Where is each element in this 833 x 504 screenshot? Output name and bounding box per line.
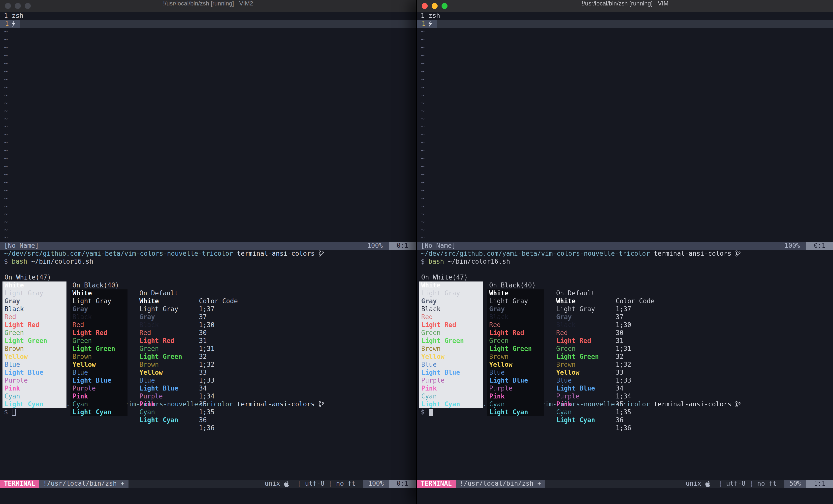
git-branch-icon — [735, 401, 741, 407]
window-title: !/usr/local/bin/zsh [running] - VIM — [417, 0, 833, 7]
window-titlebar[interactable]: !/usr/local/bin/zsh [running] - VIM — [417, 0, 833, 12]
swatch-on-default: Cyan — [556, 408, 572, 416]
buffer-tilde-line: ~ — [417, 68, 833, 75]
buffer-tilde-line: ~ — [417, 171, 833, 178]
git-branch-name: terminal-ansi-colors — [653, 400, 731, 408]
filetype: no ft — [757, 480, 777, 488]
vim-statusline-terminal: TERMINAL !/usr/local/bin/zsh + unix ¦ ut… — [0, 480, 416, 488]
buffer-tilde-line: ~ — [417, 147, 833, 155]
color-table-row: Light Gray Light Gray Light Gray 37 — [0, 281, 416, 289]
color-table-row: Pink Pink Pink 1;35 — [0, 377, 416, 384]
color-table-row: Light Cyan Light Cyan Light Cyan 1;36 — [417, 393, 833, 400]
command-name: bash — [11, 258, 27, 265]
buffer-tilde-line: ~ — [0, 218, 416, 226]
color-table-row: Blue Blue Blue 34 — [417, 353, 833, 361]
terminal-window-right: !/usr/local/bin/zsh [running] - VIM 1 zs… — [416, 0, 833, 504]
buffer-tilde-line: ~ — [0, 194, 416, 202]
buffer-tilde-line: ~ — [417, 131, 833, 139]
file-info: unix ¦ utf-8 ¦ no ft — [686, 480, 784, 488]
scroll-percent: 50% — [784, 480, 806, 488]
git-branch-name: terminal-ansi-colors — [237, 400, 314, 408]
command-args: ~/bin/color16.sh — [444, 258, 510, 265]
scroll-percent: 100% — [779, 242, 806, 250]
buffer-tilde-line: ~ — [0, 107, 416, 115]
apple-icon — [705, 480, 711, 487]
statusline-noname: [No Name] 100% 0:1 — [417, 242, 833, 250]
color-table-row: Black Black Black 30 — [417, 297, 833, 305]
color-code: 1;35 — [199, 408, 215, 416]
window-titlebar[interactable]: !/usr/local/bin/zsh [running] - VIM2 — [0, 0, 416, 12]
fileformat: unix — [265, 480, 280, 488]
color-table-row: Yellow Yellow Yellow 1;33 — [417, 345, 833, 353]
terminal-content[interactable]: 1 zsh 1 ~~~~~~~~~~~~~~~~~~~~~~~~~~~ [No … — [417, 12, 833, 504]
encoding: utf-8 — [305, 480, 325, 488]
fileformat: unix — [686, 480, 701, 488]
vim-tab-1[interactable]: 1 — [417, 20, 437, 28]
color-table-row: Light Blue Light Blue Light Blue 1;34 — [417, 361, 833, 369]
buffer-name: [No Name] — [0, 242, 39, 250]
tabline-fill — [20, 20, 416, 28]
cursor-position: 0:1 — [806, 242, 833, 250]
apple-icon — [284, 480, 289, 487]
color-table-row: Light Green Light Green Light Green 1;32 — [0, 329, 416, 337]
buffer-name: [No Name] — [417, 242, 456, 250]
buffer-tilde-line: ~ — [417, 123, 833, 131]
buffer-tilde-line: ~ — [417, 218, 833, 226]
vim-tabline: 1 — [0, 20, 416, 28]
color-table: White White White 1;37 Light Gray Light … — [417, 274, 833, 400]
statusline-noname: [No Name] 100% 0:1 — [0, 242, 416, 250]
color-table-row: Cyan Cyan Cyan 36 — [0, 384, 416, 393]
swatch-on-default: Cyan — [139, 408, 155, 416]
prompt-symbol: $ — [421, 258, 425, 265]
command-line: $ bash ~/bin/color16.sh — [417, 258, 833, 266]
shell-tab-bar[interactable]: 1 zsh — [417, 12, 833, 20]
cursor-position: 0:1 — [389, 242, 416, 250]
buffer-tilde-line: ~ — [417, 99, 833, 107]
color-table-row: Blue Blue Blue 34 — [0, 353, 416, 361]
vim-tab-1[interactable]: 1 — [0, 20, 20, 28]
file-info: unix ¦ utf-8 ¦ no ft — [265, 480, 363, 488]
prompt-path: ~/dev/src/github.com/yami-beta/vim-color… — [4, 250, 233, 257]
color-table-row: Green Green Green 32 — [417, 321, 833, 329]
cursor-position: 1:1 — [806, 480, 833, 488]
color-table-row: White White White 1;37 — [0, 274, 416, 281]
color-table-row: White White White 1;37 — [417, 274, 833, 281]
buffer-tilde-line: ~ — [0, 36, 416, 44]
color-table-row: Light Green Light Green Light Green 1;32 — [417, 329, 833, 337]
color-table-row: Red Red Red 31 — [0, 305, 416, 313]
buffer-tilde-line: ~ — [0, 123, 416, 131]
swatch-on-black: Cyan — [487, 400, 544, 408]
window-title: !/usr/local/bin/zsh [running] - VIM2 — [0, 0, 416, 7]
buffer-tilde-line: ~ — [417, 202, 833, 210]
vim-tabline: 1 — [417, 20, 833, 28]
buffer-tilde-line: ~ — [0, 139, 416, 147]
shell-tab-label: 1 zsh — [421, 12, 440, 19]
vim-statusline-terminal: TERMINAL !/usr/local/bin/zsh + unix ¦ ut… — [417, 480, 833, 488]
terminal-content[interactable]: 1 zsh 1 ~~~~~~~~~~~~~~~~~~~~~~~~~~~ [No … — [0, 12, 416, 504]
git-branch-icon — [318, 250, 324, 257]
color-code: 35 — [616, 400, 623, 408]
color-code: 1;35 — [616, 408, 631, 416]
shell-tab-bar[interactable]: 1 zsh — [0, 12, 416, 20]
swatch-on-default: Light Cyan — [139, 416, 178, 424]
cursor-position: 0:1 — [389, 480, 416, 488]
lightning-icon — [11, 21, 15, 27]
buffer-tilde-line: ~ — [0, 28, 416, 36]
scroll-percent: 100% — [361, 242, 389, 250]
buffer-tilde-line: ~ — [0, 44, 416, 52]
buffer-tilde-line: ~ — [417, 178, 833, 186]
buffer-tilde-line: ~ — [0, 202, 416, 210]
buffer-tilde-line: ~ — [0, 75, 416, 83]
prompt-line: ~/dev/src/github.com/yami-beta/vim-color… — [417, 250, 833, 258]
git-branch-name: terminal-ansi-colors — [237, 250, 314, 257]
command-line: $ bash ~/bin/color16.sh — [0, 258, 416, 266]
swatch-on-default: Light Cyan — [556, 416, 595, 424]
command-args: ~/bin/color16.sh — [27, 258, 93, 265]
color-table: White White White 1;37 Light Gray Light … — [0, 274, 416, 400]
buffer-tilde-line: ~ — [417, 194, 833, 202]
swatch-on-white: Light Cyan — [2, 400, 67, 408]
color-code: 36 — [616, 416, 623, 424]
prompt-line: ~/dev/src/github.com/yami-beta/vim-color… — [0, 250, 416, 258]
separator: ¦ — [297, 480, 301, 488]
buffer-tilde-line: ~ — [417, 186, 833, 194]
